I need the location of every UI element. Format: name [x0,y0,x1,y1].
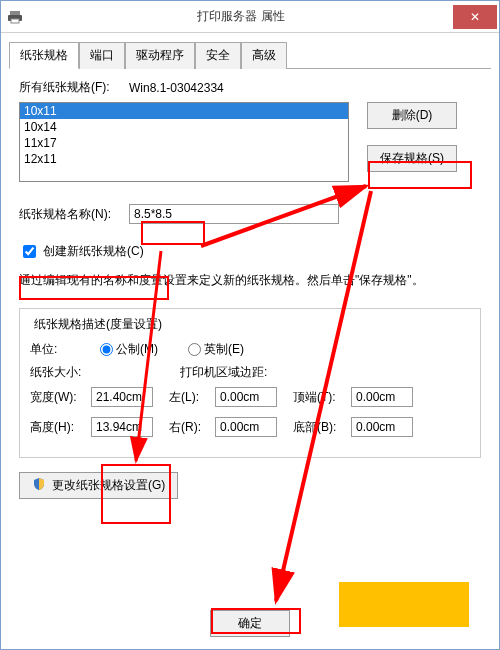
width-label: 宽度(W): [30,389,85,406]
units-label: 单位: [30,341,100,358]
english-radio-input[interactable] [188,343,201,356]
ok-button[interactable]: 确定 [210,610,290,637]
tab-advanced[interactable]: 高级 [241,42,287,69]
english-radio[interactable]: 英制(E) [188,341,244,358]
left-input[interactable] [215,387,277,407]
tab-ports[interactable]: 端口 [79,42,125,69]
printer-icon [1,9,29,25]
tab-drivers[interactable]: 驱动程序 [125,42,195,69]
form-name-input[interactable] [129,204,339,224]
help-text: 通过编辑现有的名称和度量设置来定义新的纸张规格。然后单击"保存规格"。 [19,271,481,290]
metric-radio[interactable]: 公制(M) [100,341,158,358]
svg-rect-0 [10,11,20,15]
save-form-button[interactable]: 保存规格(S) [367,145,457,172]
list-item[interactable]: 10x14 [20,119,348,135]
server-name: Win8.1-03042334 [129,81,224,95]
window-title: 打印服务器 属性 [29,8,453,25]
shield-icon [32,477,46,494]
create-new-checkbox[interactable]: 创建新纸张规格(C) [19,242,144,261]
close-button[interactable]: ✕ [453,5,497,29]
top-input[interactable] [351,387,413,407]
tab-paper-forms[interactable]: 纸张规格 [9,42,79,69]
dialog-buttons: 确定 [1,610,499,637]
bottom-input[interactable] [351,417,413,437]
paper-size-label: 纸张大小: [30,364,180,381]
tab-strip: 纸张规格 端口 驱动程序 安全 高级 [9,41,491,69]
svg-rect-2 [11,19,19,23]
right-label: 右(R): [169,419,209,436]
margins-label: 打印机区域边距: [180,364,267,381]
list-item[interactable]: 10x11 [20,103,348,119]
right-input[interactable] [215,417,277,437]
titlebar: 打印服务器 属性 ✕ [1,1,499,33]
width-input[interactable] [91,387,153,407]
list-item[interactable]: 11x17 [20,135,348,151]
description-group-title: 纸张规格描述(度量设置) [30,316,166,333]
change-settings-label: 更改纸张规格设置(G) [52,477,165,494]
bottom-label: 底部(B): [293,419,345,436]
tab-content: 所有纸张规格(F): Win8.1-03042334 10x11 10x14 1… [1,69,499,509]
form-name-label: 纸张规格名称(N): [19,206,129,223]
top-label: 顶端(T): [293,389,345,406]
all-forms-label: 所有纸张规格(F): [19,79,129,96]
create-new-label: 创建新纸张规格(C) [43,243,144,260]
change-settings-button[interactable]: 更改纸张规格设置(G) [19,472,178,499]
left-label: 左(L): [169,389,209,406]
description-group: 纸张规格描述(度量设置) 单位: 公制(M) 英制(E) 纸张大小: 打印机区域… [19,308,481,458]
create-new-checkbox-input[interactable] [23,245,36,258]
height-label: 高度(H): [30,419,85,436]
delete-button[interactable]: 删除(D) [367,102,457,129]
height-input[interactable] [91,417,153,437]
list-item[interactable]: 12x11 [20,151,348,167]
forms-listbox[interactable]: 10x11 10x14 11x17 12x11 [19,102,349,182]
tab-security[interactable]: 安全 [195,42,241,69]
metric-radio-input[interactable] [100,343,113,356]
